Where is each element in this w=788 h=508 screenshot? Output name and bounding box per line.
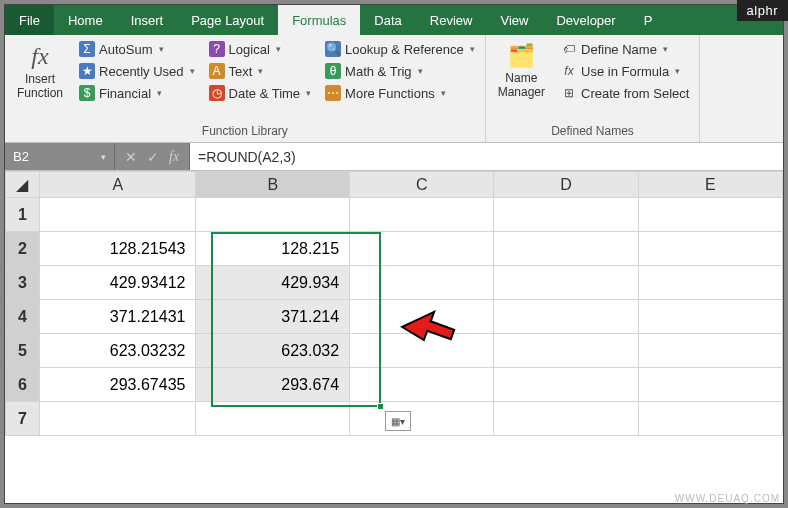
- more-functions-button[interactable]: ⋯More Functions▾: [321, 83, 479, 103]
- autosum-button[interactable]: ΣAutoSum▾: [75, 39, 199, 59]
- cell-e7[interactable]: [638, 402, 782, 436]
- chevron-down-icon: ▾: [663, 44, 668, 54]
- col-header-c[interactable]: C: [350, 172, 494, 198]
- question-icon: ?: [209, 41, 225, 57]
- formula-input[interactable]: =ROUND(A2,3): [190, 143, 783, 170]
- tab-truncated[interactable]: P: [630, 5, 667, 35]
- col-header-d[interactable]: D: [494, 172, 638, 198]
- chevron-down-icon: ▾: [306, 88, 311, 98]
- cell-c7[interactable]: [350, 402, 494, 436]
- name-manager-button[interactable]: 🗂️ Name Manager: [492, 39, 551, 122]
- col-header-a[interactable]: A: [39, 172, 195, 198]
- ribbon-tabs: File Home Insert Page Layout Formulas Da…: [5, 5, 783, 35]
- col-header-b[interactable]: B: [196, 172, 350, 198]
- row-header-7[interactable]: 7: [6, 402, 40, 436]
- autofill-options-button[interactable]: ▦▾: [385, 411, 411, 431]
- cell-b4[interactable]: 371.214: [196, 300, 350, 334]
- theta-icon: θ: [325, 63, 341, 79]
- row-header-6[interactable]: 6: [6, 368, 40, 402]
- recently-used-button[interactable]: ★Recently Used▾: [75, 61, 199, 81]
- cancel-icon[interactable]: ✕: [125, 149, 137, 165]
- select-all-corner[interactable]: ◢: [6, 172, 40, 198]
- cell-e3[interactable]: [638, 266, 782, 300]
- cell-c3[interactable]: [350, 266, 494, 300]
- star-icon: ★: [79, 63, 95, 79]
- cell-a7[interactable]: [39, 402, 195, 436]
- row-header-3[interactable]: 3: [6, 266, 40, 300]
- tag-icon: 🗂️: [508, 43, 535, 69]
- cell-d3[interactable]: [494, 266, 638, 300]
- financial-button[interactable]: $Financial▾: [75, 83, 199, 103]
- fx-icon[interactable]: fx: [169, 149, 179, 165]
- define-name-button[interactable]: 🏷Define Name▾: [557, 39, 693, 59]
- cell-d7[interactable]: [494, 402, 638, 436]
- sigma-icon: Σ: [79, 41, 95, 57]
- text-button[interactable]: AText▾: [205, 61, 316, 81]
- fx-icon: fx: [31, 43, 48, 70]
- cell-d6[interactable]: [494, 368, 638, 402]
- use-in-formula-button[interactable]: fxUse in Formula▾: [557, 61, 693, 81]
- row-header-1[interactable]: 1: [6, 198, 40, 232]
- chevron-down-icon: ▾: [157, 88, 162, 98]
- pointer-arrow-icon: [399, 301, 459, 351]
- row-header-2[interactable]: 2: [6, 232, 40, 266]
- enter-icon[interactable]: ✓: [147, 149, 159, 165]
- cell-b1[interactable]: [196, 198, 350, 232]
- logical-button[interactable]: ?Logical▾: [205, 39, 316, 59]
- row-header-4[interactable]: 4: [6, 300, 40, 334]
- cell-e4[interactable]: [638, 300, 782, 334]
- clock-icon: ◷: [209, 85, 225, 101]
- create-from-selection-button[interactable]: ⊞Create from Select: [557, 83, 693, 103]
- chevron-down-icon: ▾: [276, 44, 281, 54]
- tab-home[interactable]: Home: [54, 5, 117, 35]
- excel-window: File Home Insert Page Layout Formulas Da…: [4, 4, 784, 504]
- cell-e6[interactable]: [638, 368, 782, 402]
- chevron-down-icon: ▾: [159, 44, 164, 54]
- spreadsheet-grid[interactable]: ◢ A B C D E 1 2128.21543128.215 3429.934…: [5, 171, 783, 503]
- insert-function-button[interactable]: fx Insert Function: [11, 39, 69, 122]
- cell-e1[interactable]: [638, 198, 782, 232]
- dots-icon: ⋯: [325, 85, 341, 101]
- tab-review[interactable]: Review: [416, 5, 487, 35]
- cell-d1[interactable]: [494, 198, 638, 232]
- fill-handle[interactable]: [377, 403, 384, 410]
- tab-formulas[interactable]: Formulas: [278, 5, 360, 35]
- cell-a1[interactable]: [39, 198, 195, 232]
- tab-file[interactable]: File: [5, 5, 54, 35]
- cell-b2[interactable]: 128.215: [196, 232, 350, 266]
- cell-b7[interactable]: [196, 402, 350, 436]
- cell-a5[interactable]: 623.03232: [39, 334, 195, 368]
- cell-e2[interactable]: [638, 232, 782, 266]
- cell-d5[interactable]: [494, 334, 638, 368]
- cell-d2[interactable]: [494, 232, 638, 266]
- tab-view[interactable]: View: [486, 5, 542, 35]
- tab-page-layout[interactable]: Page Layout: [177, 5, 278, 35]
- math-trig-button[interactable]: θMath & Trig▾: [321, 61, 479, 81]
- cell-a4[interactable]: 371.21431: [39, 300, 195, 334]
- name-box[interactable]: B2▾: [5, 143, 115, 170]
- cell-b6[interactable]: 293.674: [196, 368, 350, 402]
- chevron-down-icon: ▾: [190, 66, 195, 76]
- date-time-button[interactable]: ◷Date & Time▾: [205, 83, 316, 103]
- watermark: WWW.DEUAQ.COM: [675, 493, 780, 504]
- cell-a2[interactable]: 128.21543: [39, 232, 195, 266]
- tab-developer[interactable]: Developer: [542, 5, 629, 35]
- cell-a3[interactable]: 429.93412: [39, 266, 195, 300]
- cell-c1[interactable]: [350, 198, 494, 232]
- tag-icon: 🏷: [561, 41, 577, 57]
- cell-c2[interactable]: [350, 232, 494, 266]
- cell-c6[interactable]: [350, 368, 494, 402]
- cell-b5[interactable]: 623.032: [196, 334, 350, 368]
- lookup-reference-button[interactable]: 🔍Lookup & Reference▾: [321, 39, 479, 59]
- cell-b3[interactable]: 429.934: [196, 266, 350, 300]
- row-header-5[interactable]: 5: [6, 334, 40, 368]
- cell-e5[interactable]: [638, 334, 782, 368]
- group-function-library: fx Insert Function ΣAutoSum▾ ★Recently U…: [5, 35, 486, 142]
- tab-insert[interactable]: Insert: [117, 5, 178, 35]
- chevron-down-icon: ▾: [258, 66, 263, 76]
- brand-badge: alphr: [737, 0, 788, 21]
- cell-a6[interactable]: 293.67435: [39, 368, 195, 402]
- tab-data[interactable]: Data: [360, 5, 415, 35]
- cell-d4[interactable]: [494, 300, 638, 334]
- col-header-e[interactable]: E: [638, 172, 782, 198]
